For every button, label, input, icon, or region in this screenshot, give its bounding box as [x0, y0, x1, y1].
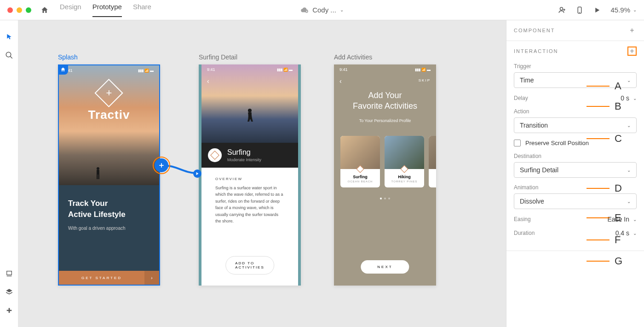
card-image — [340, 136, 380, 169]
interaction-header: INTERACTION — [514, 48, 558, 54]
card-subtitle: TORREY PINES — [387, 180, 421, 183]
chevron-down-icon: ⌄ — [633, 217, 637, 222]
destination-value: Surfing Detail — [520, 166, 558, 174]
window-maximize-icon[interactable] — [26, 7, 31, 13]
artboard-splash-group: Splash 9:41 ▮▮▮📶▬ + Tractiv Track Your A… — [58, 53, 160, 286]
surfer-silhouette — [243, 108, 257, 124]
status-bar: 9:41 ▮▮▮📶▬ — [201, 67, 298, 72]
mode-tabs: Design Prototype Share — [60, 3, 151, 17]
overview-label: OVERVIEW — [215, 177, 284, 181]
invite-user-icon[interactable] — [558, 6, 566, 14]
select-tool-icon[interactable] — [0, 28, 18, 46]
chevron-down-icon: ⌄ — [627, 123, 631, 128]
artboard-label-add-activities[interactable]: Add Activities — [334, 53, 436, 61]
activity-card-surfing: Surfing OCEAN BEACH — [340, 136, 380, 187]
next-button: NEXT — [361, 260, 409, 274]
tab-design[interactable]: Design — [60, 3, 81, 17]
svg-point-4 — [6, 52, 11, 57]
status-indicators: ▮▮▮📶▬ — [138, 68, 154, 73]
chevron-down-icon: ⌄ — [627, 168, 631, 173]
overview-section: OVERVIEW Surfing is a surface water spor… — [201, 168, 298, 234]
prototype-connection-handle[interactable] — [155, 158, 168, 172]
cta-label: GET STARTED — [59, 276, 144, 280]
artboard-label-splash[interactable]: Splash — [58, 53, 160, 61]
tab-prototype[interactable]: Prototype — [92, 3, 122, 17]
home-icon[interactable] — [40, 6, 49, 14]
animation-value: Dissolve — [520, 198, 544, 205]
add-component-button[interactable]: + — [627, 26, 637, 35]
play-preview-icon[interactable] — [593, 6, 601, 14]
animation-dropdown[interactable]: Dissolve ⌄ — [514, 193, 637, 209]
callout-d: D — [615, 182, 622, 194]
traffic-lights — [7, 7, 31, 13]
device-preview-icon[interactable] — [575, 6, 584, 14]
callout-f: F — [615, 234, 621, 246]
trigger-value: Time — [520, 76, 534, 84]
artboard-surfing-group: Surfing Detail 9:41 ▮▮▮📶▬ ‹ Surfing Mode… — [199, 53, 301, 286]
artboard-tool-icon[interactable] — [0, 264, 18, 283]
plugins-icon[interactable] — [0, 301, 18, 320]
callout-line-e — [586, 217, 610, 218]
left-toolbar — [0, 20, 18, 327]
hiker-silhouette — [93, 167, 103, 180]
wire-arrowhead-icon — [193, 169, 201, 178]
delay-dropdown[interactable]: 0 s ⌄ — [621, 94, 637, 102]
tab-share[interactable]: Share — [133, 3, 151, 17]
easing-label: Easing — [514, 216, 531, 222]
interaction-section: INTERACTION + Trigger Time ⌄ Delay 0 s ⌄… — [506, 41, 644, 251]
callout-line-f — [586, 239, 610, 240]
splash-logo: + Tractiv — [88, 83, 130, 122]
document-name: Cody ... — [312, 6, 336, 14]
zoom-dropdown[interactable]: 45.9% ⌄ — [610, 6, 637, 14]
callout-line-g — [586, 261, 610, 262]
artboard-splash[interactable]: 9:41 ▮▮▮📶▬ + Tractiv Track Your Active L… — [58, 64, 160, 286]
topbar: Design Prototype Share Cody ... ⌄ 45.9% … — [0, 0, 644, 20]
activity-card-partial — [429, 136, 436, 187]
cloud-sync-off-icon — [300, 7, 309, 13]
window-minimize-icon[interactable] — [17, 7, 22, 13]
document-name-dropdown[interactable]: Cody ... ⌄ — [300, 6, 344, 14]
destination-dropdown[interactable]: Surfing Detail ⌄ — [514, 162, 637, 178]
card-image — [385, 136, 424, 169]
svg-point-1 — [560, 7, 563, 10]
properties-panel: COMPONENT + INTERACTION + Trigger Time ⌄… — [506, 20, 644, 327]
artboard-surfing-detail[interactable]: 9:41 ▮▮▮📶▬ ‹ Surfing Moderate Intensity … — [199, 64, 301, 286]
delay-value: 0 s — [621, 94, 629, 102]
splash-text-block: Track Your Active Lifestyle With goal a … — [59, 185, 159, 271]
status-bar: 9:41 ▮▮▮📶▬ — [59, 68, 159, 73]
duration-label: Duration — [514, 230, 535, 236]
surfing-title-bar: Surfing Moderate Intensity — [201, 143, 298, 168]
zoom-value: 45.9% — [610, 6, 630, 14]
status-bar: 9:41 ▮▮▮📶▬ — [334, 67, 436, 72]
svg-rect-10 — [97, 175, 98, 179]
checkbox-icon — [514, 140, 521, 146]
add-activities-headline: Add Your Favorite Activities — [334, 90, 436, 112]
chevron-down-icon: ⌄ — [340, 7, 344, 12]
callout-line-a — [586, 86, 610, 87]
home-flow-badge[interactable] — [58, 64, 68, 75]
add-interaction-button[interactable]: + — [627, 47, 637, 56]
activity-intensity: Moderate Intensity — [227, 158, 261, 162]
svg-rect-11 — [98, 175, 100, 179]
action-dropdown[interactable]: Transition ⌄ — [514, 117, 637, 133]
callout-a: A — [615, 80, 621, 92]
action-value: Transition — [520, 122, 548, 129]
window-close-icon[interactable] — [7, 7, 13, 13]
activity-card-hiking: Hiking TORREY PINES — [385, 136, 424, 187]
add-to-activities-button: ADD TO ACTIVITIES — [225, 256, 274, 274]
canvas[interactable]: Splash 9:41 ▮▮▮📶▬ + Tractiv Track Your A… — [18, 20, 506, 327]
topbar-right: 45.9% ⌄ — [558, 6, 637, 14]
layers-icon[interactable] — [0, 283, 18, 301]
status-indicators: ▮▮▮📶▬ — [277, 67, 293, 72]
easing-dropdown[interactable]: Ease In ⌄ — [608, 216, 637, 223]
component-section: COMPONENT + — [506, 20, 644, 41]
surfing-hero-image: 9:41 ▮▮▮📶▬ ‹ — [201, 64, 298, 143]
artboard-add-activities[interactable]: 9:41 ▮▮▮📶▬ ‹ SKIP Add Your Favorite Acti… — [334, 64, 436, 286]
svg-point-12 — [248, 109, 252, 112]
carousel-dots — [334, 198, 436, 199]
artboard-label-surfing[interactable]: Surfing Detail — [199, 53, 301, 61]
zoom-tool-icon[interactable] — [0, 46, 18, 64]
status-indicators: ▮▮▮📶▬ — [415, 67, 431, 72]
overview-text: Surfing is a surface water sport in whic… — [215, 185, 284, 224]
artboard-add-activities-group: Add Activities 9:41 ▮▮▮📶▬ ‹ SKIP Add You… — [334, 53, 436, 286]
